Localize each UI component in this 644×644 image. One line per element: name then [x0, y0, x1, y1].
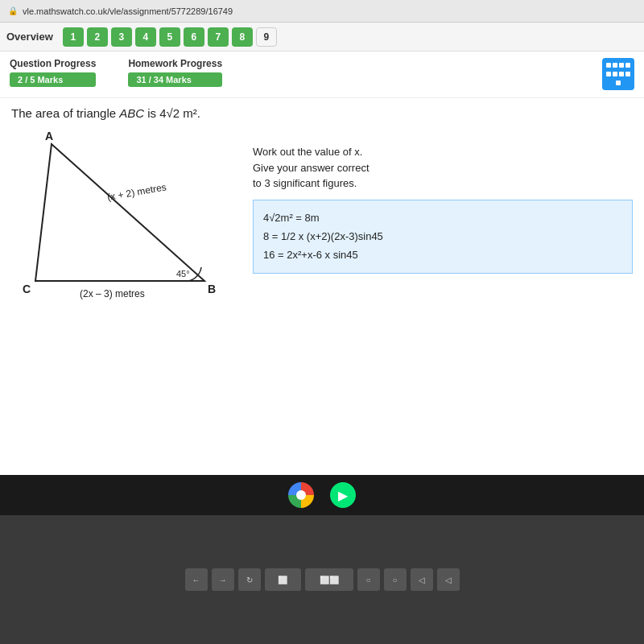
browser-bar: 🔒 vle.mathswatch.co.uk/vle/assignment/57… — [0, 0, 644, 23]
tab-7[interactable]: 7 — [208, 27, 229, 47]
tab-2[interactable]: 2 — [87, 27, 108, 47]
key-back[interactable]: ← — [185, 568, 208, 591]
keyboard-row-1: ← → ↻ ⬜ ⬜⬜ ○ ○ ◁ ◁ — [185, 568, 460, 591]
key-multiwindow[interactable]: ⬜⬜ — [305, 568, 353, 591]
homework-progress-label: Homework Progress — [128, 58, 222, 69]
homework-progress-section: Homework Progress 31 / 34 Marks — [128, 58, 222, 87]
work-box: 4√2m² = 8m 8 = 1/2 x (x+2)(2x-3)sin45 16… — [253, 200, 633, 274]
tab-3[interactable]: 3 — [111, 27, 132, 47]
lock-icon: 🔒 — [8, 6, 18, 15]
tab-8[interactable]: 8 — [232, 27, 253, 47]
work-line-2: 8 = 1/2 x (x+2)(2x-3)sin45 — [263, 227, 622, 246]
key-refresh[interactable]: ↻ — [238, 568, 261, 591]
overview-link[interactable]: Overview — [6, 31, 53, 43]
work-line-3: 16 = 2x²+x-6 x sin45 — [263, 246, 622, 264]
question-progress-section: Question Progress 2 / 5 Marks — [10, 58, 96, 87]
svg-text:B: B — [208, 283, 216, 295]
triangle-diagram: A C B (x + 2) metres (2x – 3) metres 45° — [11, 128, 237, 316]
taskbar: ▶ — [0, 475, 644, 515]
work-line-1: 4√2m² = 8m — [263, 208, 622, 227]
chrome-center — [296, 490, 306, 500]
tab-5[interactable]: 5 — [159, 27, 180, 47]
key-brightness-down[interactable]: ○ — [357, 568, 380, 591]
svg-text:A: A — [45, 130, 53, 142]
key-forward[interactable]: → — [212, 568, 234, 591]
key-window[interactable]: ⬜ — [265, 568, 301, 591]
svg-text:45°: 45° — [176, 269, 190, 279]
progress-area: Question Progress 2 / 5 Marks Homework P… — [0, 52, 644, 98]
tab-1[interactable]: 1 — [63, 27, 84, 47]
work-area: Work out the value of x. Give your answe… — [253, 128, 633, 316]
key-vol-mute[interactable]: ◁ — [411, 568, 433, 591]
svg-text:(x + 2) metres: (x + 2) metres — [106, 181, 167, 203]
main-content: The area of triangle ABC is 4√2 m². A C … — [0, 98, 644, 515]
question-progress-bar: 2 / 5 Marks — [10, 72, 96, 87]
keyboard: ← → ↻ ⬜ ⬜⬜ ○ ○ ◁ ◁ — [0, 515, 644, 644]
key-vol-up[interactable]: ◁ — [437, 568, 460, 591]
key-brightness-up[interactable]: ○ — [384, 568, 407, 591]
question-progress-label: Question Progress — [10, 58, 96, 69]
svg-text:(2x – 3) metres: (2x – 3) metres — [80, 288, 145, 299]
calculator-icon[interactable] — [602, 58, 634, 90]
url-text: vle.mathswatch.co.uk/vle/assignment/5772… — [23, 6, 233, 16]
svg-text:C: C — [23, 283, 31, 295]
chrome-icon[interactable] — [288, 482, 314, 508]
question-title: The area of triangle ABC is 4√2 m². — [11, 106, 633, 120]
svg-marker-0 — [35, 144, 204, 281]
tab-4[interactable]: 4 — [135, 27, 156, 47]
nav-tabs: Overview 1 2 3 4 5 6 7 8 9 — [0, 23, 644, 52]
play-icon[interactable]: ▶ — [330, 482, 356, 508]
homework-progress-bar: 31 / 34 Marks — [128, 72, 222, 87]
tab-9[interactable]: 9 — [256, 27, 277, 47]
work-instruction: Work out the value of x. Give your answe… — [253, 144, 633, 192]
tab-6[interactable]: 6 — [184, 27, 204, 47]
